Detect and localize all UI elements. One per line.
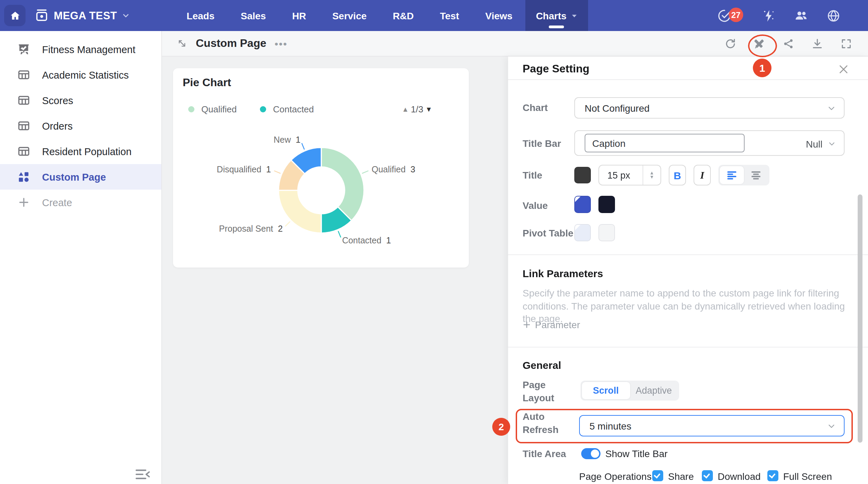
language-button[interactable]	[827, 9, 840, 22]
donut-label: Disqualified1	[217, 164, 271, 174]
nav-item-leads[interactable]: Leads	[173, 0, 228, 31]
auto-refresh-select[interactable]: 5 minutes	[579, 415, 845, 436]
text-align-group	[718, 165, 769, 185]
title-row-label: Title	[523, 170, 542, 181]
sidebar-item-label: Academic Statistics	[42, 69, 129, 80]
org-icon	[34, 8, 49, 23]
download-checkbox-label: Download	[718, 471, 761, 482]
nav-item-hr[interactable]: HR	[279, 0, 319, 31]
sidebar-item-label: Resident Population	[42, 146, 132, 157]
collapse-sidebar-button[interactable]	[135, 467, 150, 481]
align-center-button[interactable]	[744, 166, 768, 184]
download-button[interactable]	[811, 38, 823, 50]
share-checkbox-label: Share	[668, 471, 694, 482]
font-size-control[interactable]: 15 px ▲▼	[598, 165, 661, 185]
align-center-icon	[751, 171, 761, 180]
refresh-button[interactable]	[724, 38, 736, 50]
align-left-icon	[727, 171, 737, 180]
full-screen-checkbox[interactable]	[767, 470, 778, 481]
presentation-chart-icon	[17, 42, 30, 56]
panel-scrollbar[interactable]	[858, 194, 862, 443]
users-button[interactable]	[794, 9, 808, 22]
chart-select[interactable]: Not Configured	[574, 97, 845, 119]
sidebar-item-create[interactable]: Create	[0, 190, 161, 215]
org-switcher[interactable]: MEGA TEST	[34, 8, 129, 23]
ai-assistant-button[interactable]	[762, 9, 776, 22]
nav-item-service[interactable]: Service	[319, 0, 380, 31]
nav-item-charts[interactable]: Charts	[526, 0, 588, 31]
show-title-bar-toggle[interactable]	[581, 448, 600, 459]
italic-button[interactable]: I	[694, 165, 711, 185]
nav-item-views[interactable]: Views	[472, 0, 526, 31]
bold-button[interactable]: B	[669, 165, 686, 185]
chevron-down-icon	[122, 12, 129, 19]
share-checkbox[interactable]	[652, 470, 663, 481]
title-bar-row-label: Title Bar	[523, 138, 561, 149]
fullscreen-button[interactable]	[840, 38, 852, 50]
add-parameter-button[interactable]: Parameter	[523, 319, 580, 330]
sidebar-item-academic-statistics[interactable]: Academic Statistics	[0, 62, 161, 88]
caption-input[interactable]	[585, 134, 745, 152]
sidebar-item-custom-page[interactable]: Custom Page	[0, 164, 161, 190]
title-color-swatch[interactable]	[574, 167, 591, 183]
layout-option-scroll[interactable]: Scroll	[582, 382, 630, 399]
pivot-color-swatch-1[interactable]	[574, 224, 591, 241]
sidebar-item-label: Scores	[42, 95, 73, 106]
value-color-swatch-2[interactable]	[598, 196, 615, 213]
nav-item-test[interactable]: Test	[427, 0, 472, 31]
more-options-icon[interactable]: •••	[275, 38, 288, 49]
null-select-value: Null	[806, 138, 822, 149]
resize-diagonal-icon[interactable]	[176, 38, 188, 49]
sidebar: Fitness Management Academic Statistics S…	[0, 31, 162, 484]
table-icon	[17, 144, 30, 158]
sidebar-item-label: Custom Page	[42, 171, 106, 182]
show-title-bar-label: Show Title Bar	[605, 448, 668, 459]
donut-label: Contacted1	[342, 235, 391, 245]
close-icon[interactable]	[838, 63, 850, 76]
notification-badge[interactable]: 27	[728, 8, 743, 22]
title-area-label: Title Area	[523, 448, 566, 459]
top-nav: MEGA TEST Leads Sales HR Service R&D Tes…	[0, 0, 868, 31]
page-title: Custom Page	[196, 37, 266, 50]
annotation-step2-badge: 2	[492, 418, 510, 436]
home-icon	[9, 10, 20, 21]
panel-title: Page Setting	[523, 63, 589, 75]
download-checkbox[interactable]	[702, 470, 713, 481]
link-parameters-heading: Link Parameters	[523, 268, 603, 279]
nav-item-rnd[interactable]: R&D	[380, 0, 427, 31]
font-size-stepper[interactable]: ▲▼	[643, 165, 660, 185]
null-select[interactable]: Null	[806, 131, 836, 157]
chevron-down-icon	[827, 422, 836, 430]
nav-item-sales[interactable]: Sales	[228, 0, 279, 31]
value-color-swatch-1[interactable]	[574, 196, 591, 213]
sidebar-item-fitness-management[interactable]: Fitness Management	[0, 37, 161, 62]
sidebar-item-resident-population[interactable]: Resident Population	[0, 139, 161, 164]
page-layout-label: Page Layout	[523, 379, 565, 405]
pivot-table-row-label: Pivot Table	[523, 228, 573, 239]
donut-chart[interactable]: Qualified3Contacted1Proposal Sent2Disqua…	[173, 68, 469, 268]
title-bar-control: Null	[574, 130, 845, 156]
app-root: MEGA TEST Leads Sales HR Service R&D Tes…	[0, 0, 868, 484]
globe-icon	[827, 9, 840, 22]
donut-segment-proposal-sent[interactable]	[279, 190, 321, 233]
label-leader-line	[302, 143, 304, 149]
caret-down-icon	[571, 12, 577, 19]
general-heading: General	[523, 359, 561, 371]
donut-label: New1	[274, 135, 301, 144]
design-tools-button[interactable]	[753, 38, 765, 50]
home-button[interactable]	[4, 5, 26, 26]
check-icon	[654, 471, 660, 478]
layout-option-adaptive[interactable]: Adaptive	[630, 382, 678, 399]
sidebar-item-orders[interactable]: Orders	[0, 113, 161, 139]
label-leader-line	[274, 171, 280, 173]
sidebar-item-scores[interactable]: Scores	[0, 88, 161, 113]
pivot-color-swatch-2[interactable]	[598, 224, 615, 241]
label-leader-line	[285, 222, 290, 226]
share-button[interactable]	[782, 38, 794, 50]
plus-icon	[523, 321, 531, 329]
align-left-button[interactable]	[720, 166, 744, 184]
auto-refresh-label: Auto Refresh	[523, 410, 565, 436]
donut-segment-qualified[interactable]	[321, 148, 364, 221]
page-operations-label: Page Operations	[579, 471, 652, 482]
users-icon	[794, 8, 808, 23]
